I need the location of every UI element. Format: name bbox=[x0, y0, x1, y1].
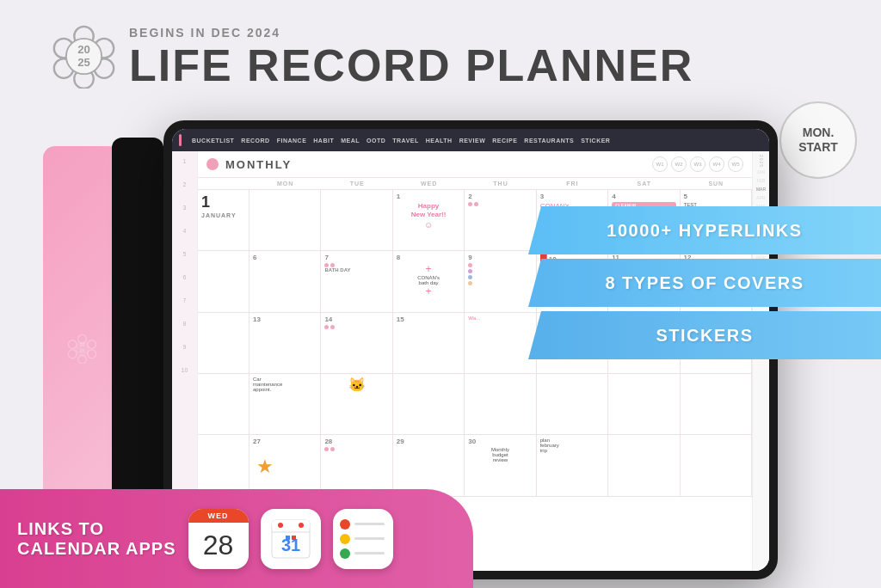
svg-text:25: 25 bbox=[77, 56, 90, 69]
week2-label bbox=[198, 251, 250, 312]
cal-icon-day: WED bbox=[188, 509, 249, 523]
nav-restaurants[interactable]: RESTAURANTS bbox=[524, 138, 574, 144]
cal-cell-25 bbox=[608, 374, 680, 435]
bottom-pink-banner: LINKS TOCALENDAR APPS WED 28 31 bbox=[0, 489, 473, 588]
cal-cell-29: 29 bbox=[393, 435, 465, 496]
feature-banners: 10000+ HYPERLINKS 8 TYPES OF COVERS STIC… bbox=[528, 206, 881, 359]
reminders-app-icon[interactable] bbox=[333, 509, 393, 569]
svg-rect-24 bbox=[286, 536, 290, 540]
cal-cell-28: 28 bbox=[321, 435, 392, 496]
nav-habit[interactable]: HABIT bbox=[313, 138, 334, 144]
cal-cell-22 bbox=[393, 374, 465, 435]
svg-text:31: 31 bbox=[280, 536, 299, 554]
week-badges: W1 W2 W3 W4 W5 bbox=[652, 156, 743, 172]
google-calendar-icon[interactable]: 31 bbox=[261, 509, 321, 569]
svg-text:20: 20 bbox=[79, 343, 84, 347]
cal-cell-bear: 🐱 bbox=[321, 374, 392, 435]
cal-cell-8: 8 + CONAN'sbath day + bbox=[393, 251, 465, 312]
cal-cell-26 bbox=[681, 374, 752, 435]
nav-travel[interactable]: TRAVEL bbox=[392, 138, 418, 144]
links-to-calendar-text: LINKS TOCALENDAR APPS bbox=[17, 519, 176, 559]
nav-bucketlist[interactable]: BUCKETLIST bbox=[192, 138, 234, 144]
cal-cell-6: 6 bbox=[250, 251, 321, 312]
stickers-banner: STICKERS bbox=[528, 311, 881, 359]
cal-cell-empty2 bbox=[681, 435, 752, 496]
nav-health[interactable]: HEALTH bbox=[426, 138, 453, 144]
svg-rect-25 bbox=[292, 536, 296, 540]
cal-cell-15: 15 bbox=[393, 313, 465, 374]
svg-point-12 bbox=[77, 355, 86, 364]
cal-cell-thu2: 2 bbox=[465, 190, 536, 251]
svg-text:20: 20 bbox=[77, 43, 90, 56]
mon-start-badge: MON. START bbox=[779, 101, 857, 179]
cal-cell-20: Carmaintenanceappoint. bbox=[250, 374, 321, 435]
cal-cell bbox=[321, 190, 392, 251]
cal-cell-9: 9 bbox=[465, 251, 536, 312]
cal-days-header: MON TUE WED THU FRI SAT SUN bbox=[198, 178, 752, 190]
nav-finance[interactable]: FINANCE bbox=[277, 138, 307, 144]
nav-sticker[interactable]: STICKER bbox=[581, 138, 610, 144]
svg-rect-19 bbox=[272, 520, 310, 529]
covers-banner: 8 TYPES OF COVERS bbox=[528, 259, 881, 307]
header-title: LIFE RECORD PLANNER bbox=[129, 43, 693, 88]
cal-cell bbox=[250, 190, 321, 251]
cal-cell-7: 7 BATH DAY bbox=[321, 251, 392, 312]
header-subtitle: BEGINS IN DEC 2024 bbox=[129, 26, 693, 40]
cal-cell-13: 13 bbox=[250, 313, 321, 374]
nav-record[interactable]: RECORD bbox=[241, 138, 269, 144]
hyperlinks-banner: 10000+ HYPERLINKS bbox=[528, 206, 881, 254]
cal-cell-empty1 bbox=[608, 435, 680, 496]
monthly-title: MONTHLY bbox=[225, 158, 292, 171]
cal-cell-14: 14 bbox=[321, 313, 392, 374]
svg-text:25: 25 bbox=[79, 348, 84, 352]
covers-label: 8 TYPES OF COVERS bbox=[605, 273, 804, 293]
nav-review[interactable]: REVIEW bbox=[459, 138, 486, 144]
cal-icon-num: 28 bbox=[188, 523, 249, 569]
stickers-label: STICKERS bbox=[656, 326, 753, 346]
cal-cell-wed1: 1 HappyNew Year!! ☺ bbox=[393, 190, 465, 251]
week1-label: 1 JANUARY bbox=[198, 190, 250, 251]
nav-meal[interactable]: MEAL bbox=[341, 138, 360, 144]
cal-cell-30: 30 Monthlybudgetreview bbox=[465, 435, 536, 496]
nav-ootd[interactable]: OOTD bbox=[367, 138, 385, 144]
cal-cell-31: planfebruarytrip bbox=[537, 435, 608, 496]
badge-line2: START bbox=[798, 140, 838, 155]
nav-bar: BUCKETLIST RECORD FINANCE HABIT MEAL OOT… bbox=[172, 129, 769, 151]
header-area: BEGINS IN DEC 2024 LIFE RECORD PLANNER bbox=[129, 26, 693, 88]
cal-cell-23 bbox=[465, 374, 536, 435]
svg-point-23 bbox=[299, 523, 304, 528]
calendar-date-app-icon[interactable]: WED 28 bbox=[188, 509, 249, 569]
star-decoration: ★ bbox=[256, 456, 274, 478]
monthly-header: MONTHLY W1 W2 W3 W4 W5 bbox=[198, 151, 752, 178]
nav-recipe[interactable]: RECIPE bbox=[492, 138, 517, 144]
cal-cell-16: Wa... bbox=[465, 313, 536, 374]
week4-label bbox=[198, 374, 250, 435]
cal-cell-24 bbox=[537, 374, 608, 435]
week5-label bbox=[198, 435, 250, 496]
logo: 20 25 bbox=[52, 24, 116, 89]
svg-point-22 bbox=[278, 523, 283, 528]
hyperlinks-label: 10000+ HYPERLINKS bbox=[607, 221, 802, 241]
week3-label bbox=[198, 313, 250, 374]
monthly-icon bbox=[206, 158, 219, 170]
badge-line1: MON. bbox=[803, 126, 835, 140]
